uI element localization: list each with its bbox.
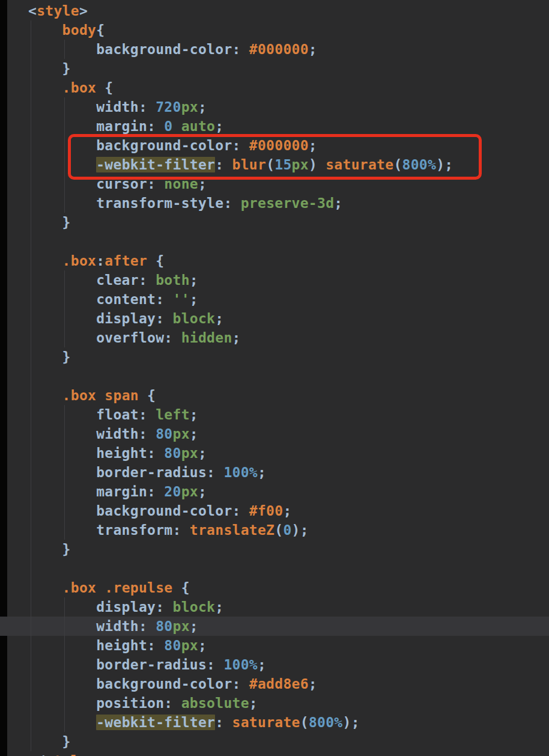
code-token: ;	[198, 176, 207, 192]
code-token: height:	[28, 638, 164, 653]
code-line: background-color: #000000;	[0, 40, 549, 59]
code-token: .box	[62, 388, 97, 403]
code-token: display:	[28, 599, 173, 615]
code-token: }	[28, 61, 71, 76]
code-token: hidden	[181, 330, 232, 346]
code-token: ;	[309, 676, 317, 692]
code-token: border-radius:	[28, 465, 223, 480]
code-line: width: 720px;	[0, 97, 549, 117]
code-token: ;	[258, 657, 266, 672]
code-token: 800%	[402, 157, 437, 172]
indent-guide	[64, 270, 65, 347]
code-token: overflow:	[28, 330, 181, 346]
code-token: :	[96, 253, 105, 269]
code-token: width:	[28, 426, 156, 442]
code-line: height: 80px;	[0, 444, 549, 463]
code-token: }	[28, 541, 71, 557]
code-token: content:	[28, 291, 173, 307]
code-line: border-radius: 100%;	[0, 463, 549, 482]
code-line: cursor: none;	[0, 174, 549, 194]
code-token: style	[37, 3, 79, 19]
code-token: margin:	[28, 484, 164, 499]
code-area[interactable]: <style> body{ background-color: #000000;…	[0, 0, 549, 756]
code-token: 100%	[223, 657, 258, 672]
code-token: ;	[215, 599, 223, 615]
code-line: .box .repulse {	[0, 578, 549, 597]
code-token: ;	[215, 311, 223, 326]
code-line: transform: translateZ(0);	[0, 520, 549, 540]
code-token: block	[173, 599, 216, 615]
indent-guide	[31, 20, 31, 751]
code-token: background-color:	[28, 503, 249, 519]
code-token: both	[156, 272, 190, 288]
code-token: span	[105, 388, 139, 403]
code-token	[96, 580, 105, 596]
code-token: ;	[198, 445, 207, 461]
code-token: px	[173, 618, 190, 634]
code-token: auto	[181, 118, 216, 134]
code-editor[interactable]: <style> body{ background-color: #000000;…	[0, 0, 549, 756]
code-line: clear: both;	[0, 270, 549, 290]
code-token: 80	[156, 426, 172, 442]
code-line: margin: 0 auto;	[0, 117, 549, 136]
code-token: 0	[164, 118, 172, 134]
code-token: ;	[309, 41, 317, 57]
code-token: (	[266, 157, 274, 172]
code-token: ;	[190, 272, 198, 288]
code-token: position:	[28, 695, 181, 711]
code-token	[96, 388, 105, 403]
code-token: }	[28, 215, 71, 230]
code-token	[173, 118, 181, 134]
code-line-current: width: 80px;	[0, 617, 549, 636]
code-line: overflow: hidden;	[0, 328, 549, 347]
code-token: body	[62, 22, 97, 38]
code-token	[28, 22, 62, 38]
code-token: 720	[156, 99, 181, 115]
code-token: px	[181, 99, 198, 115]
code-token: #add8e6	[249, 676, 309, 692]
code-line: <style>	[0, 1, 549, 20]
code-token: ;	[198, 484, 207, 499]
code-token: cursor:	[28, 176, 164, 192]
code-line: }	[0, 540, 549, 559]
code-token	[28, 80, 62, 96]
code-token: #000000	[249, 138, 309, 153]
code-token: )	[309, 157, 326, 172]
code-line: </style>	[0, 751, 549, 756]
code-token: 100%	[223, 465, 258, 480]
code-token: </	[28, 753, 45, 756]
code-line: background-color: #add8e6;	[0, 674, 549, 694]
code-line: }	[0, 347, 549, 367]
code-token: (	[300, 715, 309, 730]
code-token: 15	[274, 157, 291, 172]
code-line: }	[0, 732, 549, 751]
code-token: 80	[164, 445, 181, 461]
code-token	[28, 580, 62, 596]
code-line: display: block;	[0, 309, 549, 328]
code-token: ;	[190, 407, 198, 422]
code-line: background-color: #f00;	[0, 501, 549, 520]
code-line: position: absolute;	[0, 694, 549, 713]
find-highlight: -webkit-filter	[96, 157, 215, 172]
code-token: ;	[215, 118, 223, 134]
code-token: {	[96, 22, 105, 38]
code-line: width: 80px;	[0, 424, 549, 444]
code-token: 800%	[309, 715, 343, 730]
code-token: background-color:	[28, 676, 249, 692]
code-token: preserve-3d	[241, 195, 335, 211]
code-token: {	[173, 580, 190, 596]
code-token: {	[96, 80, 113, 96]
code-token: .box	[62, 580, 97, 596]
code-token: absolute	[181, 695, 249, 711]
code-token: ;	[198, 99, 207, 115]
code-token	[28, 157, 96, 172]
code-token: float:	[28, 407, 156, 422]
code-token: 20	[164, 484, 181, 499]
code-token: block	[173, 311, 216, 326]
code-token: after	[105, 253, 147, 269]
code-token: );	[436, 157, 453, 172]
code-token: .box	[62, 80, 97, 96]
code-line: float: left;	[0, 405, 549, 424]
code-token: left	[156, 407, 190, 422]
code-token: (	[393, 157, 402, 172]
